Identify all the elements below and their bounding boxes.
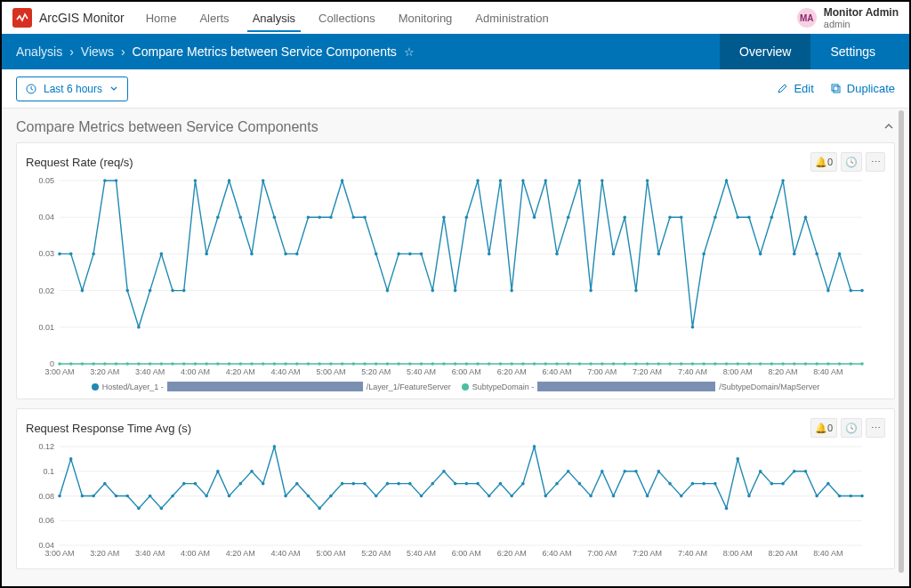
svg-point-164 (725, 362, 729, 366)
svg-text:4:20 AM: 4:20 AM (226, 549, 255, 558)
svg-point-53 (284, 253, 287, 256)
svg-point-88 (680, 215, 683, 219)
legend-item: SubtypeDomain - /SubtypeDomain/MapServer (462, 382, 820, 391)
svg-point-123 (262, 362, 265, 366)
edit-button[interactable]: Edit (777, 82, 813, 95)
svg-point-103 (849, 289, 852, 293)
duplicate-button[interactable]: Duplicate (830, 82, 895, 95)
svg-text:3:40 AM: 3:40 AM (135, 367, 165, 376)
panel-request-rate: Request Rate (req/s) 🔔0 🕓 ⋯ 00.010.020.0… (16, 142, 895, 399)
nav-administration[interactable]: Administration (470, 4, 553, 32)
svg-point-52 (273, 215, 277, 219)
svg-point-83 (623, 215, 626, 219)
user-name: Monitor Admin (824, 6, 899, 19)
nav-collections[interactable]: Collections (313, 4, 381, 32)
chart-legend: Hosted/Layer_1 - /Layer_1/FeatureServer … (26, 382, 885, 391)
user-box[interactable]: MA Monitor Admin admin (797, 6, 899, 29)
svg-point-169 (781, 362, 785, 366)
nav-monitoring[interactable]: Monitoring (393, 4, 458, 32)
panel-title: Request Rate (req/s) (26, 156, 810, 169)
svg-point-157 (646, 362, 649, 366)
svg-text:3:40 AM: 3:40 AM (135, 549, 165, 558)
svg-text:6:40 AM: 6:40 AM (542, 549, 571, 558)
svg-point-122 (250, 362, 254, 366)
svg-point-213 (149, 495, 152, 498)
svg-point-241 (465, 482, 469, 486)
bell-icon: 🔔 (815, 423, 827, 434)
nav-home[interactable]: Home (141, 4, 182, 32)
svg-point-110 (115, 362, 118, 366)
svg-point-106 (69, 362, 73, 366)
more-button[interactable]: ⋯ (866, 418, 885, 438)
panel-title: Request Response Time Avg (s) (26, 422, 810, 435)
svg-point-99 (804, 215, 808, 219)
svg-point-267 (759, 470, 762, 473)
svg-point-230 (341, 482, 344, 486)
svg-text:5:40 AM: 5:40 AM (407, 367, 436, 376)
svg-point-146 (521, 362, 525, 366)
svg-point-245 (510, 495, 513, 498)
nav-analysis[interactable]: Analysis (247, 4, 301, 32)
favorite-star-icon[interactable]: ☆ (404, 45, 415, 59)
brand-name: ArcGIS Monitor (39, 11, 125, 25)
tab-settings[interactable]: Settings (810, 34, 895, 69)
svg-point-147 (533, 362, 536, 366)
crumb-root[interactable]: Analysis (16, 44, 62, 59)
crumb-views[interactable]: Views (81, 44, 114, 59)
svg-text:7:40 AM: 7:40 AM (678, 549, 707, 558)
legend-item: Hosted/Layer_1 - /Layer_1/FeatureServer (92, 382, 451, 391)
scrollbar[interactable] (899, 110, 904, 573)
svg-point-232 (363, 482, 367, 486)
svg-point-175 (849, 362, 852, 366)
svg-text:8:20 AM: 8:20 AM (769, 367, 798, 376)
alerts-button[interactable]: 🔔0 (810, 152, 837, 172)
time-button[interactable]: 🕓 (841, 418, 862, 438)
svg-point-75 (533, 215, 536, 219)
svg-point-263 (713, 482, 717, 486)
svg-text:7:00 AM: 7:00 AM (587, 549, 617, 558)
svg-text:4:40 AM: 4:40 AM (271, 367, 301, 376)
svg-text:0.04: 0.04 (38, 213, 54, 222)
section-title: Compare Metrics between Service Componen… (16, 119, 883, 135)
svg-point-104 (860, 289, 864, 293)
svg-point-36 (92, 253, 95, 256)
svg-point-154 (612, 362, 616, 366)
svg-point-149 (555, 362, 559, 366)
svg-point-41 (149, 289, 152, 293)
ellipsis-icon: ⋯ (871, 423, 881, 434)
svg-point-256 (634, 470, 638, 473)
chevron-right-icon: › (69, 44, 74, 59)
svg-point-79 (578, 179, 582, 182)
collapse-section-button[interactable] (883, 120, 895, 135)
svg-point-108 (92, 362, 95, 366)
svg-point-161 (691, 362, 695, 366)
alerts-button[interactable]: 🔔0 (810, 418, 837, 438)
svg-point-38 (115, 179, 118, 182)
svg-text:4:00 AM: 4:00 AM (181, 367, 210, 376)
svg-point-224 (273, 445, 277, 448)
svg-point-49 (238, 215, 242, 219)
svg-point-239 (442, 470, 446, 473)
svg-point-42 (160, 253, 164, 256)
more-button[interactable]: ⋯ (866, 152, 885, 172)
svg-point-76 (544, 179, 547, 182)
svg-point-77 (555, 253, 559, 256)
svg-point-85 (646, 179, 649, 182)
redacted-text (167, 382, 363, 391)
time-range-picker[interactable]: Last 6 hours (16, 77, 128, 101)
topbar: ArcGIS Monitor HomeAlertsAnalysisCollect… (2, 2, 909, 34)
svg-point-229 (329, 495, 333, 498)
nav-alerts[interactable]: Alerts (194, 4, 234, 32)
svg-point-253 (601, 470, 604, 473)
panel-response-time: Request Response Time Avg (s) 🔔0 🕓 ⋯ 0.0… (16, 408, 895, 569)
svg-point-265 (736, 457, 739, 461)
svg-text:5:00 AM: 5:00 AM (316, 367, 345, 376)
svg-point-143 (488, 362, 491, 366)
tab-overview[interactable]: Overview (720, 34, 810, 69)
legend-marker-icon (462, 383, 469, 391)
svg-point-91 (713, 215, 717, 219)
svg-point-166 (747, 362, 751, 366)
svg-text:6:20 AM: 6:20 AM (497, 549, 527, 558)
svg-text:3:20 AM: 3:20 AM (90, 367, 119, 376)
time-button[interactable]: 🕓 (841, 152, 862, 172)
